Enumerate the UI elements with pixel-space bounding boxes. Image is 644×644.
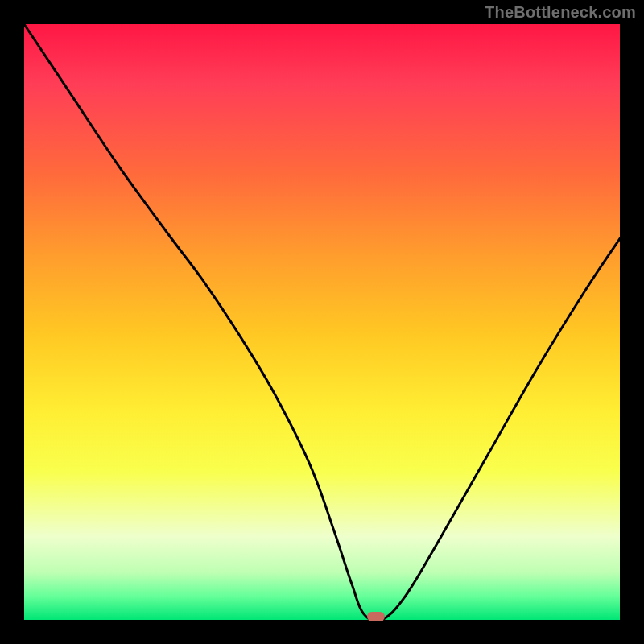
optimal-point-marker <box>367 612 385 621</box>
bottleneck-curve <box>24 24 620 621</box>
chart-frame: TheBottleneck.com <box>0 0 644 644</box>
plot-area <box>24 24 620 620</box>
watermark-text: TheBottleneck.com <box>485 3 636 22</box>
curve-svg <box>24 24 620 620</box>
